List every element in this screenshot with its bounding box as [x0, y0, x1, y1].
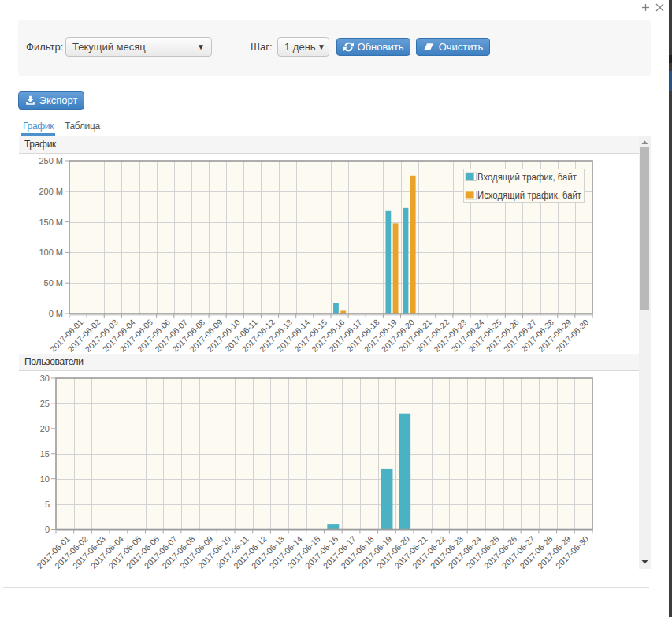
svg-text:50 M: 50 M: [44, 278, 63, 288]
svg-text:Входящий трафик, байт: Входящий трафик, байт: [477, 172, 577, 183]
svg-text:25: 25: [40, 399, 50, 408]
svg-text:Исходящий трафик, байт: Исходящий трафик, байт: [477, 190, 581, 201]
svg-text:10: 10: [40, 474, 50, 484]
svg-text:150 M: 150 M: [39, 217, 63, 227]
svg-text:30: 30: [40, 374, 50, 383]
svg-text:15: 15: [40, 449, 50, 459]
svg-text:250 M: 250 M: [39, 156, 63, 165]
svg-text:100 M: 100 M: [39, 247, 63, 257]
svg-text:0: 0: [45, 525, 50, 534]
svg-text:5: 5: [45, 500, 50, 509]
svg-text:20: 20: [40, 424, 50, 433]
svg-text:200 M: 200 M: [39, 187, 63, 196]
svg-text:0 M: 0 M: [49, 309, 63, 318]
